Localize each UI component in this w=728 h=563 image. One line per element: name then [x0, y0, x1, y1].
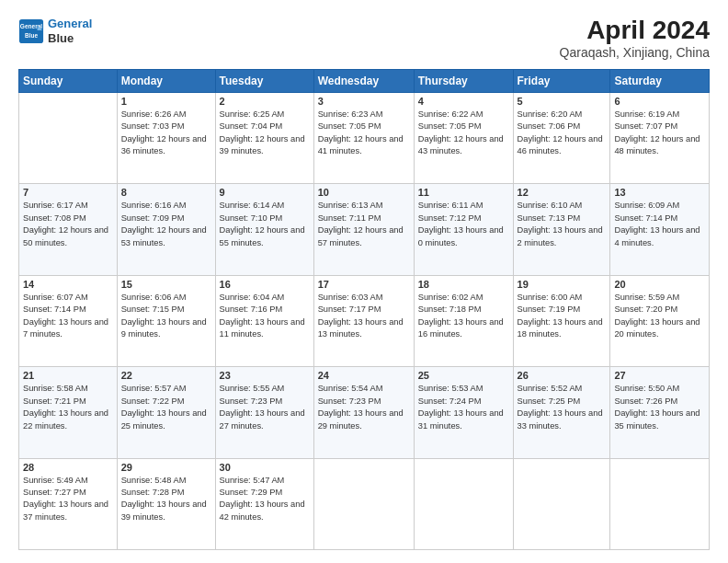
day-info: Sunrise: 5:55 AMSunset: 7:23 PMDaylight:…: [220, 383, 310, 432]
day-info: Sunrise: 6:14 AMSunset: 7:10 PMDaylight:…: [220, 200, 310, 249]
day-number: 19: [518, 279, 607, 290]
day-info: Sunrise: 6:02 AMSunset: 7:18 PMDaylight:…: [418, 292, 509, 341]
day-info: Sunrise: 6:23 AMSunset: 7:05 PMDaylight:…: [318, 109, 410, 158]
calendar-cell: 18Sunrise: 6:02 AMSunset: 7:18 PMDayligh…: [414, 275, 513, 366]
day-info: Sunrise: 6:00 AMSunset: 7:19 PMDaylight:…: [518, 292, 607, 341]
calendar-cell: 29Sunrise: 5:48 AMSunset: 7:28 PMDayligh…: [117, 458, 215, 549]
day-number: 7: [23, 187, 113, 198]
day-number: 17: [318, 279, 410, 290]
calendar-cell: 21Sunrise: 5:58 AMSunset: 7:21 PMDayligh…: [19, 367, 118, 458]
calendar-cell: 10Sunrise: 6:13 AMSunset: 7:11 PMDayligh…: [313, 184, 414, 275]
logo-text: General Blue: [48, 17, 92, 45]
day-info: Sunrise: 5:52 AMSunset: 7:25 PMDaylight:…: [518, 383, 607, 432]
calendar-cell: 8Sunrise: 6:16 AMSunset: 7:09 PMDaylight…: [117, 184, 215, 275]
header: General Blue General Blue April 2024 Qar…: [18, 17, 710, 60]
calendar-cell: 12Sunrise: 6:10 AMSunset: 7:13 PMDayligh…: [513, 184, 610, 275]
calendar-cell: 27Sunrise: 5:50 AMSunset: 7:26 PMDayligh…: [610, 367, 710, 458]
calendar-cell: 6Sunrise: 6:19 AMSunset: 7:07 PMDaylight…: [610, 92, 710, 183]
col-header-thursday: Thursday: [414, 69, 513, 92]
calendar-week-1: 7Sunrise: 6:17 AMSunset: 7:08 PMDaylight…: [19, 184, 710, 275]
day-number: 12: [518, 187, 607, 198]
day-info: Sunrise: 5:47 AMSunset: 7:29 PMDaylight:…: [220, 475, 310, 524]
calendar-cell: [513, 458, 610, 549]
calendar-cell: 2Sunrise: 6:25 AMSunset: 7:04 PMDaylight…: [215, 92, 313, 183]
page: General Blue General Blue April 2024 Qar…: [0, 0, 728, 563]
day-number: 27: [614, 370, 705, 381]
calendar-cell: 26Sunrise: 5:52 AMSunset: 7:25 PMDayligh…: [513, 367, 610, 458]
calendar-cell: 25Sunrise: 5:53 AMSunset: 7:24 PMDayligh…: [414, 367, 513, 458]
day-info: Sunrise: 5:48 AMSunset: 7:28 PMDaylight:…: [121, 475, 211, 524]
calendar-cell: 22Sunrise: 5:57 AMSunset: 7:22 PMDayligh…: [117, 367, 215, 458]
calendar-cell: 17Sunrise: 6:03 AMSunset: 7:17 PMDayligh…: [313, 275, 414, 366]
day-info: Sunrise: 6:07 AMSunset: 7:14 PMDaylight:…: [23, 292, 113, 341]
calendar-cell: 24Sunrise: 5:54 AMSunset: 7:23 PMDayligh…: [313, 367, 414, 458]
calendar-cell: [313, 458, 414, 549]
logo: General Blue General Blue: [18, 17, 92, 45]
calendar-cell: [19, 92, 118, 183]
day-number: 18: [418, 279, 509, 290]
day-number: 1: [121, 96, 211, 107]
day-number: 6: [614, 96, 705, 107]
day-number: 24: [318, 370, 410, 381]
day-number: 13: [614, 187, 705, 198]
logo-line1: General: [48, 17, 92, 30]
calendar-cell: 3Sunrise: 6:23 AMSunset: 7:05 PMDaylight…: [313, 92, 414, 183]
day-info: Sunrise: 6:10 AMSunset: 7:13 PMDaylight:…: [518, 200, 607, 249]
day-info: Sunrise: 6:11 AMSunset: 7:12 PMDaylight:…: [418, 200, 509, 249]
day-number: 8: [121, 187, 211, 198]
day-number: 2: [220, 96, 310, 107]
day-info: Sunrise: 6:03 AMSunset: 7:17 PMDaylight:…: [318, 292, 410, 341]
col-header-sunday: Sunday: [19, 69, 118, 92]
day-number: 21: [23, 370, 113, 381]
calendar-cell: 5Sunrise: 6:20 AMSunset: 7:06 PMDaylight…: [513, 92, 610, 183]
calendar-header-row: SundayMondayTuesdayWednesdayThursdayFrid…: [19, 69, 710, 92]
calendar-cell: 28Sunrise: 5:49 AMSunset: 7:27 PMDayligh…: [19, 458, 118, 549]
calendar-cell: 23Sunrise: 5:55 AMSunset: 7:23 PMDayligh…: [215, 367, 313, 458]
day-number: 11: [418, 187, 509, 198]
day-info: Sunrise: 5:59 AMSunset: 7:20 PMDaylight:…: [614, 292, 705, 341]
day-info: Sunrise: 6:16 AMSunset: 7:09 PMDaylight:…: [121, 200, 211, 249]
day-number: 9: [220, 187, 310, 198]
day-number: 5: [518, 96, 607, 107]
day-number: 30: [220, 462, 310, 473]
calendar-cell: 20Sunrise: 5:59 AMSunset: 7:20 PMDayligh…: [610, 275, 710, 366]
calendar-week-4: 28Sunrise: 5:49 AMSunset: 7:27 PMDayligh…: [19, 458, 710, 549]
calendar-cell: 4Sunrise: 6:22 AMSunset: 7:05 PMDaylight…: [414, 92, 513, 183]
calendar-table: SundayMondayTuesdayWednesdayThursdayFrid…: [18, 69, 710, 550]
day-info: Sunrise: 6:13 AMSunset: 7:11 PMDaylight:…: [318, 200, 410, 249]
calendar-week-3: 21Sunrise: 5:58 AMSunset: 7:21 PMDayligh…: [19, 367, 710, 458]
calendar-cell: 7Sunrise: 6:17 AMSunset: 7:08 PMDaylight…: [19, 184, 118, 275]
day-info: Sunrise: 6:20 AMSunset: 7:06 PMDaylight:…: [518, 109, 607, 158]
day-number: 4: [418, 96, 509, 107]
title-block: April 2024 Qaraqash, Xinjiang, China: [560, 17, 710, 60]
calendar-week-2: 14Sunrise: 6:07 AMSunset: 7:14 PMDayligh…: [19, 275, 710, 366]
day-info: Sunrise: 6:22 AMSunset: 7:05 PMDaylight:…: [418, 109, 509, 158]
day-number: 15: [121, 279, 211, 290]
day-number: 28: [23, 462, 113, 473]
logo-line2: Blue: [48, 31, 92, 46]
svg-text:Blue: Blue: [25, 31, 38, 38]
day-info: Sunrise: 6:25 AMSunset: 7:04 PMDaylight:…: [220, 109, 310, 158]
day-number: 25: [418, 370, 509, 381]
main-title: April 2024: [560, 17, 710, 45]
day-info: Sunrise: 5:58 AMSunset: 7:21 PMDaylight:…: [23, 383, 113, 432]
day-info: Sunrise: 5:49 AMSunset: 7:27 PMDaylight:…: [23, 475, 113, 524]
day-info: Sunrise: 5:50 AMSunset: 7:26 PMDaylight:…: [614, 383, 705, 432]
day-number: 3: [318, 96, 410, 107]
day-number: 29: [121, 462, 211, 473]
day-number: 26: [518, 370, 607, 381]
calendar-cell: 14Sunrise: 6:07 AMSunset: 7:14 PMDayligh…: [19, 275, 118, 366]
day-number: 16: [220, 279, 310, 290]
day-info: Sunrise: 6:26 AMSunset: 7:03 PMDaylight:…: [121, 109, 211, 158]
day-info: Sunrise: 6:17 AMSunset: 7:08 PMDaylight:…: [23, 200, 113, 249]
day-number: 14: [23, 279, 113, 290]
col-header-monday: Monday: [117, 69, 215, 92]
day-number: 22: [121, 370, 211, 381]
logo-icon: General Blue: [18, 18, 44, 44]
col-header-saturday: Saturday: [610, 69, 710, 92]
day-info: Sunrise: 6:09 AMSunset: 7:14 PMDaylight:…: [614, 200, 705, 249]
calendar-cell: 9Sunrise: 6:14 AMSunset: 7:10 PMDaylight…: [215, 184, 313, 275]
calendar-cell: 11Sunrise: 6:11 AMSunset: 7:12 PMDayligh…: [414, 184, 513, 275]
col-header-friday: Friday: [513, 69, 610, 92]
day-info: Sunrise: 5:54 AMSunset: 7:23 PMDaylight:…: [318, 383, 410, 432]
